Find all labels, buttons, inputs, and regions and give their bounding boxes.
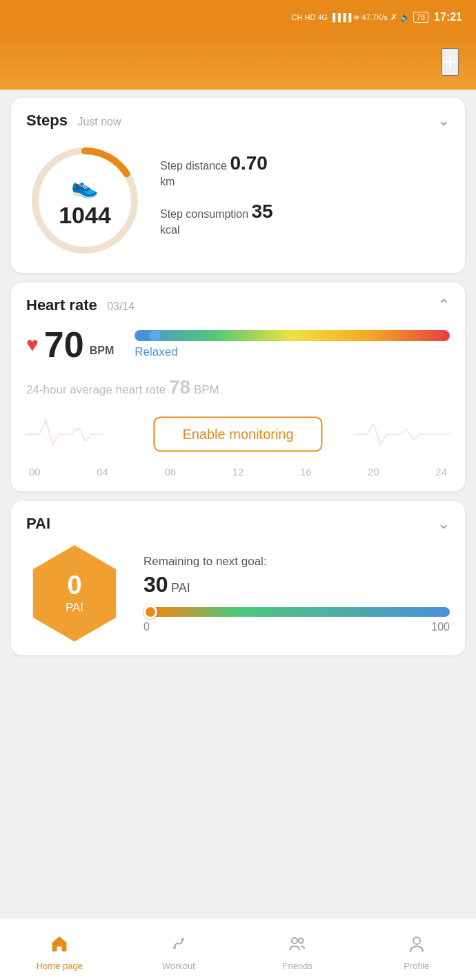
pai-card-header: PAI ⌄	[26, 515, 450, 533]
pai-chevron[interactable]: ⌄	[437, 515, 450, 533]
heart-rate-avg: 24-hour average heart rate 78 BPM	[26, 376, 450, 398]
hex-label: PAI	[66, 601, 83, 615]
steps-subtitle: Just now	[77, 116, 121, 127]
heart-rate-title-area: Heart rate 03/14	[26, 296, 135, 314]
hex-shape: 0 PAI	[26, 545, 123, 642]
pai-range-min: 0	[143, 621, 150, 633]
chart-label-00: 00	[29, 466, 41, 478]
heart-rate-chart: Enable monitoring	[26, 407, 450, 462]
steps-chevron[interactable]: ⌄	[437, 112, 450, 130]
pai-right: Remaining to next goal: 30 PAI 0 100	[143, 553, 450, 634]
pai-title: PAI	[26, 515, 50, 533]
chart-label-08: 08	[164, 466, 176, 478]
bottom-spacer	[11, 665, 465, 672]
svg-point-2	[173, 946, 176, 949]
step-distance-value: 0.70	[230, 152, 268, 174]
heart-rate-header: Heart rate 03/14 ⌃	[26, 296, 450, 314]
pai-goal-unit: PAI	[171, 581, 190, 595]
steps-center: 👟 1044	[59, 173, 111, 229]
hr-avg-value: 78	[169, 376, 190, 398]
header: +	[0, 34, 476, 90]
svg-point-5	[299, 938, 304, 943]
pai-body: 0 PAI Remaining to next goal: 30 PAI 0 1…	[26, 545, 450, 642]
steps-card-header: Steps Just now ⌄	[26, 112, 450, 130]
pai-progress-bar	[143, 607, 450, 617]
bottom-nav: Home page Workout Friends	[0, 918, 476, 980]
step-distance-label: Step distance	[160, 160, 227, 172]
heart-rate-right: Relaxed	[135, 330, 450, 359]
hr-dot-right	[150, 330, 161, 341]
step-consumption-label: Step consumption	[160, 208, 248, 220]
home-icon	[50, 934, 69, 958]
nav-profile-label: Profile	[404, 961, 429, 971]
step-consumption-value: 35	[252, 201, 273, 222]
pai-goal-value: 30	[143, 572, 168, 597]
pai-goal-value-area: 30 PAI	[143, 572, 450, 598]
chart-label-24: 24	[435, 466, 447, 478]
hr-avg-label: 24-hour average heart rate	[26, 383, 166, 396]
pai-range-max: 100	[431, 621, 450, 633]
workout-icon	[169, 934, 188, 958]
steps-stats: Step distance 0.70 km Step consumption 3…	[160, 152, 450, 249]
steps-body: 👟 1044 Step distance 0.70 km Step consum…	[26, 142, 450, 259]
heart-rate-top: ♥ 70 BPM Relaxed	[26, 327, 450, 363]
nav-home-label: Home page	[37, 961, 83, 971]
nav-profile[interactable]: Profile	[357, 928, 477, 971]
heart-icon: ♥	[26, 333, 39, 356]
footprints-icon: 👟	[59, 173, 111, 199]
battery-icon: 78	[413, 12, 428, 23]
step-distance-unit: km	[160, 176, 450, 188]
network-indicator: CH HD 4G ▐▐▐▐ ≋ 47.7K/s	[292, 13, 388, 22]
heart-rate-title: Heart rate	[26, 296, 97, 314]
status-bar: CH HD 4G ▐▐▐▐ ≋ 47.7K/s ✗ 🔈 78 17:21	[0, 0, 476, 34]
pai-hexagon: 0 PAI	[26, 545, 123, 642]
status-icons: CH HD 4G ▐▐▐▐ ≋ 47.7K/s ✗ 🔈 78 17:21	[292, 11, 462, 23]
enable-monitoring-button[interactable]: Enable monitoring	[153, 417, 322, 452]
main-content: Steps Just now ⌄ 👟 1044 Step distanc	[0, 90, 476, 925]
svg-point-6	[413, 937, 420, 944]
steps-circle: 👟 1044	[26, 142, 143, 259]
friends-icon	[288, 934, 307, 958]
steps-card: Steps Just now ⌄ 👟 1044 Step distanc	[11, 98, 465, 273]
step-consumption-stat: Step consumption 35 kcal	[160, 201, 450, 236]
hr-dot-left	[137, 330, 148, 341]
hex-value: 0	[67, 572, 81, 598]
heart-rate-value: 70	[44, 327, 84, 363]
heart-rate-chevron[interactable]: ⌃	[437, 296, 450, 314]
steps-count: 1044	[59, 202, 111, 228]
chart-time-labels: 00 04 08 12 16 20 24	[26, 466, 450, 478]
pai-range: 0 100	[143, 621, 450, 633]
nav-workout[interactable]: Workout	[119, 928, 239, 971]
steps-title: Steps	[26, 112, 68, 129]
heart-rate-left: ♥ 70 BPM	[26, 327, 114, 363]
add-button[interactable]: +	[442, 48, 459, 76]
heart-rate-unit: BPM	[90, 345, 115, 357]
svg-point-3	[181, 938, 184, 941]
pai-goal-label: Remaining to next goal:	[143, 553, 450, 570]
step-consumption-unit: kcal	[160, 224, 450, 236]
svg-point-4	[292, 938, 297, 943]
nav-friends-label: Friends	[283, 961, 313, 971]
profile-icon	[407, 934, 426, 958]
chart-label-20: 20	[368, 466, 379, 478]
pai-card: PAI ⌄ 0 PAI Remaining to next goal: 30 P…	[11, 501, 465, 655]
mute-icon: 🔈	[400, 12, 410, 22]
chart-label-12: 12	[232, 466, 244, 478]
nav-home[interactable]: Home page	[0, 928, 119, 971]
heart-rate-date: 03/14	[107, 300, 135, 312]
chart-label-16: 16	[300, 466, 312, 478]
chart-label-04: 04	[97, 466, 108, 478]
steps-title-area: Steps Just now	[26, 112, 121, 130]
pai-progress-dot	[143, 605, 157, 619]
step-distance-stat: Step distance 0.70 km	[160, 152, 450, 188]
hr-dots	[137, 330, 162, 341]
bluetooth-icon: ✗	[390, 12, 397, 22]
heart-rate-card: Heart rate 03/14 ⌃ ♥ 70 BPM Relaxed	[11, 283, 465, 491]
heart-rate-status: Relaxed	[135, 345, 450, 359]
heart-rate-gradient-bar	[135, 330, 450, 341]
nav-workout-label: Workout	[162, 961, 195, 971]
hr-avg-unit: BPM	[194, 383, 219, 396]
time-display: 17:21	[434, 11, 462, 23]
nav-friends[interactable]: Friends	[238, 928, 357, 971]
